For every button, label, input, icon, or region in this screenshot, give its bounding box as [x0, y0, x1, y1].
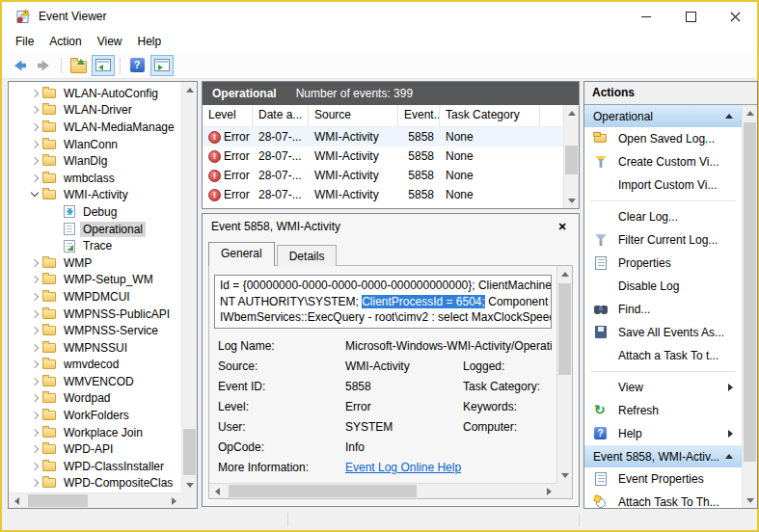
tree-horizontal-scrollbar[interactable] [9, 492, 181, 508]
tree-item-debug[interactable]: Debug [10, 203, 180, 221]
expand-chevron-icon[interactable] [29, 155, 42, 167]
close-button[interactable] [713, 2, 757, 31]
action-refresh[interactable]: Refresh [584, 399, 742, 422]
expand-chevron-icon[interactable] [29, 410, 42, 421]
tree-item-wmpnss-service[interactable]: WMPNSS-Service [10, 322, 180, 339]
action-disable-log[interactable]: Disable Log [584, 275, 742, 298]
event-row[interactable]: !Error28-07-...WMI-Activity5858None [203, 166, 579, 185]
collapse-icon[interactable] [725, 454, 733, 459]
expand-chevron-icon[interactable] [29, 376, 42, 387]
tree-item-wpd-classinstaller[interactable]: WPD-ClassInstaller [10, 458, 180, 475]
tab-general[interactable]: General [208, 242, 275, 266]
tree-item-trace[interactable]: Trace [10, 237, 180, 254]
expand-chevron-icon[interactable] [29, 477, 42, 489]
action-clear-log[interactable]: Clear Log... [584, 205, 742, 228]
detail-vertical-scrollbar[interactable] [556, 266, 572, 483]
action-create-custom-vi[interactable]: Create Custom Vi... [584, 150, 742, 173]
minimize-button[interactable] [624, 2, 668, 31]
column-header-level[interactable]: Level [203, 105, 253, 126]
tree-item-wlan-driver[interactable]: WLAN-Driver [10, 102, 180, 120]
column-header-event[interactable]: Event... [398, 105, 440, 126]
expand-chevron-icon[interactable] [29, 308, 42, 320]
expand-chevron-icon[interactable] [29, 427, 42, 439]
forward-button[interactable] [33, 55, 56, 76]
tree-item-wmpnssui[interactable]: WMPNSSUI [10, 339, 180, 357]
help-button[interactable]: ? [125, 55, 149, 76]
tree-item-wmp-setup-wm[interactable]: WMP-Setup_WM [10, 272, 180, 289]
column-header-task-category[interactable]: Task Category [440, 105, 540, 126]
expand-chevron-icon[interactable] [29, 88, 42, 99]
scrollbar-thumb[interactable] [183, 429, 196, 475]
expand-chevron-icon[interactable] [29, 342, 42, 354]
scrollbar-thumb[interactable] [28, 494, 88, 507]
scroll-left-icon[interactable] [209, 484, 225, 499]
expand-chevron-icon[interactable] [29, 461, 42, 472]
scrollbar-thumb[interactable] [565, 146, 578, 174]
collapse-icon[interactable] [725, 114, 733, 119]
scroll-up-icon[interactable] [743, 105, 758, 120]
tree-item-wmp[interactable]: WMP [10, 254, 180, 272]
expand-chevron-icon[interactable] [29, 257, 42, 269]
tree-item-wmvdecod[interactable]: wmvdecod [10, 357, 180, 374]
expand-chevron-icon[interactable] [29, 392, 42, 404]
tree-item-workplace-join[interactable]: Workplace Join [10, 424, 180, 441]
expand-chevron-icon[interactable] [29, 443, 42, 455]
action-attach-a-task-to-t[interactable]: Attach a Task To t... [584, 344, 742, 367]
scrollbar-thumb[interactable] [229, 485, 417, 497]
action-properties[interactable]: Properties [584, 252, 742, 275]
expand-chevron-icon[interactable] [29, 104, 42, 116]
scroll-up-icon[interactable] [182, 82, 198, 97]
action-open-saved-log[interactable]: Open Saved Log... [584, 127, 742, 150]
tree-item-wordpad[interactable]: Wordpad [10, 390, 180, 408]
scroll-down-icon[interactable] [564, 193, 580, 208]
expand-chevron-icon[interactable] [29, 359, 42, 370]
scroll-down-icon[interactable] [182, 477, 198, 492]
expand-chevron-icon[interactable] [29, 139, 42, 150]
tree-item-wpd-compositeclas[interactable]: WPD-CompositeClas [10, 475, 180, 492]
tree-item-wmi-activity[interactable]: WMI-Activity [10, 187, 180, 204]
tree-vertical-scrollbar[interactable] [181, 82, 197, 492]
tree-item-wmbclass[interactable]: wmbclass [10, 170, 180, 187]
column-header-source[interactable]: Source [309, 105, 398, 126]
scrollbar-thumb[interactable] [558, 283, 571, 375]
scroll-right-icon[interactable] [541, 484, 556, 499]
expand-chevron-icon[interactable] [29, 274, 42, 285]
action-filter-current-log[interactable]: Filter Current Log... [584, 228, 742, 252]
scroll-down-icon[interactable] [743, 492, 758, 508]
event-row[interactable]: !Error28-07-...WMI-Activity5858None [203, 127, 579, 146]
event-row[interactable]: !Error28-07-...WMI-Activity5858None [203, 146, 579, 166]
scroll-left-icon[interactable] [9, 493, 24, 509]
menu-view[interactable]: View [90, 31, 130, 52]
export-log-button[interactable] [67, 55, 90, 76]
tree-item-wlandlg[interactable]: WlanDlg [10, 152, 180, 170]
back-button[interactable] [8, 55, 31, 76]
action-import-custom-vi[interactable]: Import Custom Vi... [584, 173, 742, 197]
scroll-down-icon[interactable] [557, 467, 573, 483]
action-find[interactable]: Find... [584, 298, 742, 321]
list-vertical-scrollbar[interactable] [563, 105, 579, 208]
event-message-box[interactable]: Id = {00000000-0000-0000-0000-0000000000… [214, 275, 552, 329]
column-header-date-a[interactable]: Date a... [253, 105, 309, 126]
action-attach-task-to-th[interactable]: Attach Task To Th... [584, 491, 742, 508]
tree-item-wpd-api[interactable]: WPD-API [10, 440, 180, 458]
action-help[interactable]: Help [584, 422, 742, 445]
tree-item-wmpnss-publicapi[interactable]: WMPNSS-PublicAPI [10, 306, 180, 323]
action-group-header-operational[interactable]: Operational [584, 105, 742, 127]
action-view[interactable]: View [584, 376, 742, 399]
scroll-right-icon[interactable] [166, 493, 181, 509]
collapse-chevron-icon[interactable] [29, 189, 42, 200]
tree-item-wlan-mediamanage[interactable]: WLAN-MediaManage [10, 119, 180, 136]
toggle-action-pane-button[interactable] [150, 55, 174, 76]
scroll-up-icon[interactable] [564, 105, 580, 120]
tree-item-wlan-autoconfig[interactable]: WLAN-AutoConfig [10, 85, 180, 102]
action-group-header-event-5858-wmi-activ[interactable]: Event 5858, WMI-Activ... [584, 445, 742, 467]
action-save-all-events-as[interactable]: Save All Events As... [584, 321, 742, 344]
scroll-up-icon[interactable] [557, 266, 573, 281]
close-detail-button[interactable]: ✕ [555, 219, 570, 234]
action-event-properties[interactable]: Event Properties [584, 467, 742, 491]
tree-item-operational[interactable]: Operational [10, 221, 180, 238]
event-row[interactable]: !Error28-07-...WMI-Activity5858None [203, 185, 579, 204]
expand-chevron-icon[interactable] [29, 121, 42, 133]
maximize-button[interactable] [668, 2, 713, 31]
tab-details[interactable]: Details [277, 245, 338, 266]
